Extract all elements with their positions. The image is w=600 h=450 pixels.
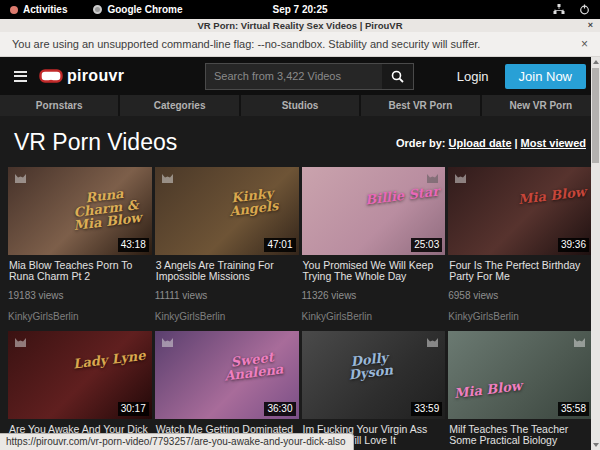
chrome-app-label: Google Chrome [107, 4, 182, 15]
page-content: VR Porn Videos Order by: Upload date|Mos… [0, 129, 600, 450]
video-views: 11326 views [302, 290, 446, 301]
scroll-down-icon[interactable] [593, 443, 599, 447]
video-views: 6958 views [448, 290, 592, 301]
video-views: 11111 views [155, 290, 299, 301]
gnome-top-bar: Activities Google Chrome Sep 7 20:25 [0, 0, 600, 19]
studio-logo-icon [160, 335, 175, 348]
video-title[interactable]: Mia Blow Teaches Porn To Runa Charm Pt 2 [9, 260, 151, 282]
studio-logo-icon [453, 171, 468, 184]
warning-text: You are using an unsupported command-lin… [12, 38, 480, 50]
studio-logo-icon [425, 335, 440, 348]
video-card[interactable]: Mia Blow 35:58 Milf Teaches The Teacher … [448, 331, 592, 450]
vr-headset-icon [39, 69, 63, 84]
video-thumbnail: Lady Lyne 30:17 [8, 331, 152, 419]
thumbnail-overlay-name: Lady Lyne [73, 349, 147, 371]
order-by-label: Order by: [396, 137, 446, 149]
video-thumbnail: Mia Blow 35:58 [448, 331, 592, 419]
video-grid: Runa Charm & Mia Blow 43:18 Mia Blow Tea… [8, 167, 592, 450]
thumbnail-overlay-name: Dolly Dyson [328, 348, 411, 384]
studio-logo-icon [160, 171, 175, 184]
network-icon[interactable] [553, 4, 565, 15]
chrome-app-menu[interactable]: Google Chrome [93, 4, 182, 15]
menu-item-studios[interactable]: Studios [241, 95, 359, 116]
thumbnail-overlay-name: Sweet Analena [211, 348, 294, 384]
hamburger-menu-icon[interactable] [14, 71, 27, 82]
video-title[interactable]: 3 Angels Are Training For Impossible Mis… [156, 260, 298, 282]
thumbnail-overlay-name: Kinky Angels [211, 184, 294, 220]
scrollbar-thumb[interactable] [592, 68, 599, 163]
site-logo[interactable]: pirouvr [39, 67, 124, 85]
thumbnail-overlay-name: Mia Blow [517, 185, 586, 206]
video-thumbnail: Runa Charm & Mia Blow 43:18 [8, 167, 152, 255]
search-input[interactable] [206, 64, 382, 89]
site-navbar: pirouvr Login Join Now [0, 57, 600, 95]
menu-item-new-vr[interactable]: New VR Porn [482, 95, 600, 116]
duration-badge: 33:59 [411, 402, 442, 416]
order-by-most-viewed-link[interactable]: Most viewed [521, 137, 586, 149]
video-thumbnail: Sweet Analena 36:30 [155, 331, 299, 419]
scrollbar[interactable] [591, 57, 600, 450]
menu-item-best-vr[interactable]: Best VR Porn [361, 95, 479, 116]
login-link[interactable]: Login [457, 69, 489, 84]
duration-badge: 35:58 [558, 402, 589, 416]
duration-badge: 47:01 [264, 238, 295, 252]
thumbnail-overlay-name: Runa Charm & Mia Blow [64, 184, 148, 232]
video-views: 19183 views [8, 290, 152, 301]
close-tab-icon[interactable]: × [588, 19, 593, 32]
search-group [205, 63, 414, 90]
page-title: VR Porn Videos [14, 129, 177, 156]
order-by-controls: Order by: Upload date|Most viewed [396, 137, 586, 149]
studio-logo-icon [425, 171, 440, 184]
warning-close-icon[interactable]: × [581, 37, 588, 51]
main-menu: Pornstars Categories Studios Best VR Por… [0, 95, 600, 116]
activities-button[interactable]: Activities [10, 4, 67, 15]
menu-item-pornstars[interactable]: Pornstars [0, 95, 118, 116]
studio-logo-icon [572, 335, 587, 348]
order-by-upload-date-link[interactable]: Upload date [449, 137, 512, 149]
recording-indicator-icon [10, 6, 18, 14]
video-card[interactable]: Runa Charm & Mia Blow 43:18 Mia Blow Tea… [8, 167, 152, 322]
duration-badge: 25:03 [411, 238, 442, 252]
video-studio[interactable]: KinkyGirlsBerlin [8, 311, 152, 322]
scroll-up-icon[interactable] [593, 60, 599, 64]
sandbox-warning-bar: You are using an unsupported command-lin… [0, 32, 600, 57]
browser-title: VR Porn: Virtual Reality Sex Videos | Pi… [197, 20, 402, 31]
search-button[interactable] [382, 64, 413, 89]
browser-titlebar: VR Porn: Virtual Reality Sex Videos | Pi… [0, 19, 600, 32]
search-icon [391, 70, 404, 83]
status-url-bubble: https://pirouvr.com/vr-porn-video/779325… [0, 433, 354, 450]
video-thumbnail: Kinky Angels 47:01 [155, 167, 299, 255]
chrome-icon [93, 5, 102, 14]
video-card[interactable]: Kinky Angels 47:01 3 Angels Are Training… [155, 167, 299, 322]
duration-badge: 30:17 [118, 402, 149, 416]
video-title[interactable]: Milf Teaches The Teacher Some Practical … [449, 424, 591, 446]
duration-badge: 43:18 [118, 238, 149, 252]
duration-badge: 36:30 [264, 402, 295, 416]
duration-badge: 39:36 [558, 238, 589, 252]
studio-logo-icon [13, 335, 28, 348]
video-studio[interactable]: KinkyGirlsBerlin [302, 311, 446, 322]
video-card[interactable]: Billie Star 25:03 You Promised We Will K… [302, 167, 446, 322]
studio-logo-icon [13, 171, 28, 184]
power-icon[interactable] [579, 4, 590, 15]
thumbnail-overlay-name: Billie Star [365, 185, 440, 207]
video-studio[interactable]: KinkyGirlsBerlin [155, 311, 299, 322]
video-card[interactable]: Mia Blow 39:36 Four Is The Perfect Birth… [448, 167, 592, 322]
activities-label: Activities [23, 4, 67, 15]
thumbnail-overlay-name: Mia Blow [454, 379, 523, 400]
join-now-button[interactable]: Join Now [505, 64, 586, 89]
video-title[interactable]: You Promised We Will Keep Trying The Who… [303, 260, 445, 282]
menu-item-categories[interactable]: Categories [120, 95, 238, 116]
video-title[interactable]: Four Is The Perfect Birthday Party For M… [449, 260, 591, 282]
video-studio[interactable]: KinkyGirlsBerlin [448, 311, 592, 322]
order-separator: | [515, 137, 518, 149]
video-thumbnail: Dolly Dyson 33:59 [302, 331, 446, 419]
video-thumbnail: Mia Blow 39:36 [448, 167, 592, 255]
video-thumbnail: Billie Star 25:03 [302, 167, 446, 255]
site-logo-text: pirouvr [67, 67, 124, 85]
